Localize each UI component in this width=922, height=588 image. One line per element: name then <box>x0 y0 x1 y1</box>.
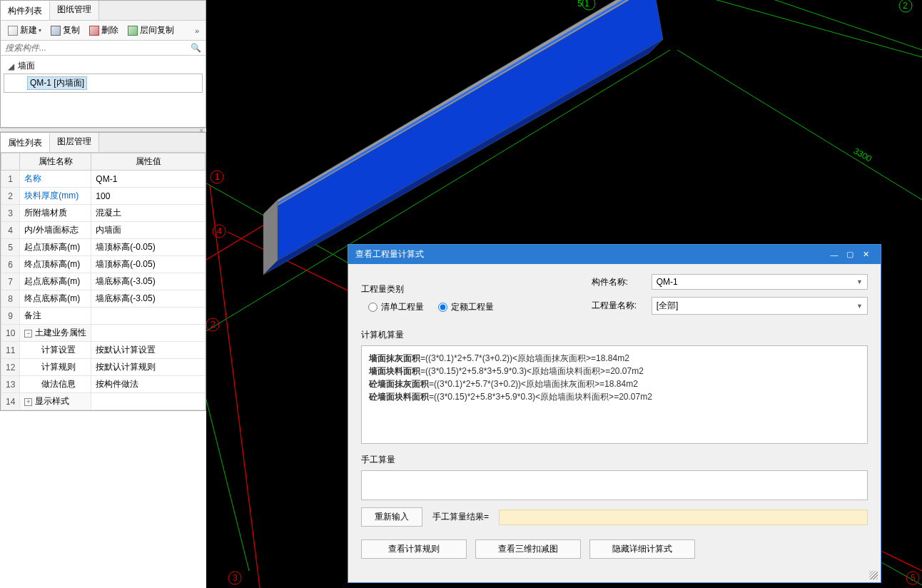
svg-marker-9 <box>278 0 663 260</box>
tab-drawings[interactable]: 图纸管理 <box>50 1 99 20</box>
svg-text:3: 3 <box>233 573 238 583</box>
panel-separator[interactable]: × <box>0 128 206 132</box>
svg-line-4 <box>206 343 249 571</box>
col-value: 属性值 <box>91 153 206 171</box>
delete-icon <box>89 26 99 36</box>
svg-line-7 <box>210 186 260 588</box>
table-row[interactable]: 1名称QM-1 <box>1 171 206 188</box>
copy-button[interactable]: 复制 <box>47 23 83 38</box>
expand-icon[interactable]: + <box>24 398 32 406</box>
search-bar: 🔍 <box>1 41 206 56</box>
dropdown-icon: ▾ <box>39 27 41 34</box>
table-row[interactable]: 2块料厚度(mm)100 <box>1 188 206 205</box>
resize-grip[interactable] <box>869 571 878 579</box>
close-panel-icon[interactable]: × <box>199 127 203 135</box>
search-input[interactable] <box>5 43 191 53</box>
view-3d-deduct-button[interactable]: 查看三维扣减图 <box>475 539 581 559</box>
hide-detail-button[interactable]: 隐藏详细计算式 <box>589 539 695 559</box>
toolbar-overflow[interactable]: » <box>192 26 202 35</box>
dropdown-icon: ▼ <box>856 278 863 285</box>
dropdown-icon: ▼ <box>856 303 863 310</box>
dialog-title: 查看工程量计算式 <box>355 248 826 260</box>
new-icon <box>8 26 18 36</box>
copy-icon <box>51 26 61 36</box>
col-name: 属性名称 <box>20 153 91 171</box>
table-row[interactable]: 6终点顶标高(m)墙顶标高(-0.05) <box>1 256 206 273</box>
svg-text:2: 2 <box>903 1 908 11</box>
comp-name-label: 构件名称: <box>592 276 652 288</box>
svg-text:2: 2 <box>211 320 216 330</box>
svg-marker-12 <box>263 39 663 275</box>
manual-result-box <box>499 510 868 525</box>
qty-name-select[interactable]: [全部]▼ <box>652 297 868 315</box>
table-row[interactable]: 12计算规则按默认计算规则 <box>1 359 206 376</box>
tab-layer-mgmt[interactable]: 图层管理 <box>50 133 99 152</box>
svg-text:5: 5 <box>911 573 916 583</box>
maximize-button[interactable]: ▢ <box>842 250 858 259</box>
tab-components[interactable]: 构件列表 <box>1 1 50 20</box>
table-row[interactable]: 10−土建业务属性 <box>1 325 206 342</box>
svg-text:4: 4 <box>217 226 222 236</box>
top-panel-tabs: 构件列表 图纸管理 <box>1 1 206 21</box>
comp-name-select[interactable]: QM-1▼ <box>652 274 868 290</box>
svg-line-2 <box>677 50 922 200</box>
tree-item-qm1[interactable]: QM-1 [内墙面] <box>4 74 203 93</box>
new-button[interactable]: 新建▾ <box>4 23 45 38</box>
component-tree: ◢墙面 QM-1 [内墙面] <box>1 56 206 127</box>
tree-root[interactable]: ◢墙面 <box>4 59 203 74</box>
calc-formula-box[interactable]: 墙面抹灰面积=((3*0.1)*2+5.7*(3+0.2))<原始墙面抹灰面积>… <box>361 345 868 444</box>
radio-list-qty[interactable]: 清单工程量 <box>368 301 424 313</box>
table-row[interactable]: 3所附墙材质混凝土 <box>1 205 206 222</box>
table-row[interactable]: 13做法信息按构件做法 <box>1 376 206 393</box>
table-row[interactable]: 7起点底标高(m)墙底标高(-3.05) <box>1 273 206 290</box>
property-table: 属性名称 属性值 1名称QM-12块料厚度(mm)1003所附墙材质混凝土4内/… <box>1 153 206 410</box>
dialog-titlebar[interactable]: 查看工程量计算式 — ▢ ✕ <box>348 245 881 264</box>
component-toolbar: 新建▾ 复制 删除 层间复制 » <box>1 21 206 41</box>
qty-category-label: 工程量类别 <box>361 283 421 295</box>
bottom-panel-tabs: 属性列表 图层管理 <box>1 133 206 153</box>
calc-label: 计算机算量 <box>361 329 868 341</box>
calc-formula-dialog: 查看工程量计算式 — ▢ ✕ 工程量类别 清单工程量 定额工程量 构件名称: Q… <box>348 244 881 583</box>
manual-input[interactable] <box>361 470 868 500</box>
tab-properties[interactable]: 属性列表 <box>1 133 50 152</box>
delete-button[interactable]: 删除 <box>86 23 122 38</box>
collapse-icon[interactable]: − <box>24 330 32 338</box>
table-row[interactable]: 11计算设置按默认计算设置 <box>1 342 206 359</box>
table-row[interactable]: 4内/外墙面标志内墙面 <box>1 222 206 239</box>
radio-quota-qty[interactable]: 定额工程量 <box>438 301 494 313</box>
col-index <box>1 153 20 171</box>
table-row[interactable]: 9备注 <box>1 308 206 325</box>
close-button[interactable]: ✕ <box>858 250 873 259</box>
reenter-button[interactable]: 重新输入 <box>361 507 422 527</box>
manual-result-label: 手工算量结果= <box>432 511 489 523</box>
svg-text:3300: 3300 <box>852 146 873 163</box>
table-row[interactable]: 8终点底标高(m)墙底标高(-3.05) <box>1 290 206 308</box>
view-calc-rule-button[interactable]: 查看计算规则 <box>361 539 467 559</box>
minimize-button[interactable]: — <box>826 250 842 259</box>
collapse-icon[interactable]: ◢ <box>6 61 15 71</box>
search-icon[interactable]: 🔍 <box>191 43 201 53</box>
layer-copy-icon <box>128 26 138 36</box>
svg-text:5 1: 5 1 <box>577 0 589 9</box>
table-row[interactable]: 5起点顶标高(m)墙顶标高(-0.05) <box>1 239 206 256</box>
svg-text:1: 1 <box>215 172 220 182</box>
layer-copy-button[interactable]: 层间复制 <box>124 23 178 38</box>
qty-name-label: 工程量名称: <box>592 300 652 312</box>
manual-label: 手工算量 <box>361 454 868 466</box>
table-row[interactable]: 14+显示样式 <box>1 393 206 410</box>
